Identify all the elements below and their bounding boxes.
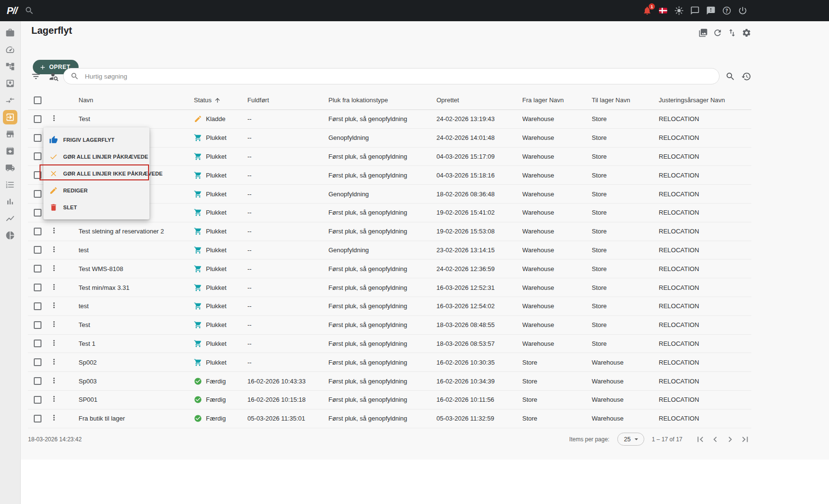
row-checkbox[interactable] [34,358,41,366]
table-row[interactable]: TestKladde--Først pluk, så genopfyldning… [28,110,751,129]
sidebar-item-tasks[interactable] [3,26,17,40]
cell-created: 23-02-2026 13:14:15 [436,246,522,254]
language-flag-icon[interactable] [658,6,668,15]
notifications-icon[interactable]: 1 [642,6,652,15]
row-menu-button[interactable] [50,226,58,235]
row-checkbox[interactable] [34,190,41,198]
next-page-button[interactable] [724,433,736,446]
row-checkbox[interactable] [34,152,41,160]
table-row[interactable]: Test sletning af reservationer 2Plukket-… [28,222,751,241]
app-logo[interactable]: P// [7,5,17,16]
row-menu-button[interactable] [50,339,58,347]
menu-item-delete[interactable]: SLET [43,199,149,216]
status-picked-icon [194,208,202,217]
sidebar-item-reports[interactable] [3,228,17,243]
sidebar-item-trends[interactable] [3,211,17,226]
sidebar-item-store[interactable] [3,127,17,141]
last-page-button[interactable] [739,433,751,446]
import-export-icon[interactable] [727,28,737,38]
column-header[interactable]: Justeringsårsager Navn [659,96,751,104]
items-per-page-select[interactable]: 25 [617,433,644,446]
row-checkbox[interactable] [34,228,41,235]
quick-search-input[interactable] [84,72,712,81]
column-header[interactable]: Fra lager Navn [522,96,592,104]
column-header-label: Fuldført [247,96,269,104]
menu-item-make-all-lines-required[interactable]: GØR ALLE LINJER PÅKRÆVEDE [43,148,149,165]
feedback-icon[interactable] [706,6,716,15]
table-row[interactable]: SP001Færdig16-02-2026 10:15:18Først pluk… [28,391,751,409]
row-checkbox[interactable] [34,377,41,385]
row-checkbox[interactable] [34,134,41,142]
select-all-checkbox[interactable] [34,96,41,104]
row-menu-button[interactable] [50,114,58,123]
sidebar-item-warehouse-flow[interactable] [3,110,17,124]
sidebar-item-structure[interactable] [3,59,17,74]
table-row[interactable]: Test WMS-8108Plukket--Først pluk, så gen… [28,259,751,278]
row-checkbox[interactable] [34,321,41,329]
column-header[interactable]: Til lager Navn [592,96,659,104]
menu-item-release-flow[interactable]: FRIGIV LAGERFLYT [43,131,149,148]
row-menu-button[interactable] [50,245,58,254]
sidebar-item-orders[interactable] [3,177,17,192]
person-search-icon[interactable] [49,71,59,82]
table-row[interactable]: Test min/max 3.31Plukket--Først pluk, så… [28,278,751,297]
filter-icon[interactable] [31,71,41,82]
history-icon[interactable] [741,71,751,82]
row-menu-button[interactable] [50,264,58,272]
previous-page-button[interactable] [709,433,721,446]
sidebar-item-dashboard[interactable] [3,42,17,57]
table-row[interactable]: TestPlukket--Først pluk, så genopfyldnin… [28,316,751,335]
first-page-button[interactable] [694,433,707,446]
column-header-label: Til lager Navn [592,96,630,104]
help-icon[interactable]: ? [722,6,732,15]
row-menu-button[interactable] [50,413,58,422]
row-checkbox[interactable] [34,246,41,254]
row-checkbox[interactable] [34,415,41,422]
table-row[interactable]: testPlukket--Genopfyldning23-02-2026 13:… [28,241,751,260]
row-checkbox[interactable] [34,302,41,310]
status-label: Plukket [206,359,227,366]
sidebar-item-goods-in[interactable] [3,76,17,91]
table-row[interactable]: Test 1Plukket--Først pluk, så genopfyldn… [28,335,751,354]
table-row[interactable]: testPlukket--Først pluk, så genopfyldnin… [28,297,751,316]
row-menu-button[interactable] [50,283,58,291]
row-menu-button[interactable] [50,395,58,403]
sidebar-item-transfers[interactable] [3,93,17,108]
column-header[interactable]: Pluk fra lokationstype [328,96,436,104]
cell-created: 04-03-2026 15:18:16 [436,172,522,179]
table-row[interactable]: Sp003Færdig16-02-2026 10:43:33Først pluk… [28,372,751,391]
sidebar-item-statistics[interactable] [3,194,17,209]
menu-item-edit[interactable]: REDIGER [43,182,149,199]
row-checkbox[interactable] [34,209,41,217]
row-checkbox[interactable] [34,396,41,404]
refresh-icon[interactable] [713,28,722,38]
row-menu-button[interactable] [50,320,58,328]
column-header[interactable]: Status [194,96,247,104]
sidebar-item-returns[interactable] [3,144,17,158]
row-menu-button[interactable] [50,376,58,385]
sidebar-item-shipping[interactable] [3,161,17,175]
menu-item-make-all-lines-not-required[interactable]: GØR ALLE LINJER IKKE PÅKRÆVEDE [43,165,149,182]
row-menu-button[interactable] [50,357,58,366]
column-header[interactable]: Navn [67,96,194,104]
quick-search[interactable] [63,68,720,84]
row-checkbox[interactable] [34,115,41,123]
cell-created: 16-02-2026 10:30:35 [436,359,522,366]
row-checkbox[interactable] [34,171,41,179]
settings-icon[interactable] [742,28,751,38]
chat-icon[interactable] [690,6,700,15]
row-checkbox[interactable] [34,265,41,272]
gallery-icon[interactable] [698,28,708,38]
column-header[interactable]: Oprettet [436,96,522,104]
edit-icon [49,186,58,195]
table-row[interactable]: Sp002Plukket--Først pluk, så genopfyldni… [28,353,751,372]
row-checkbox[interactable] [34,340,41,347]
global-search-icon[interactable] [25,6,34,15]
table-row[interactable]: Fra butik til lagerFærdig05-03-2026 11:3… [28,409,751,428]
advanced-search-icon[interactable] [725,71,735,82]
row-checkbox[interactable] [34,284,41,291]
column-header[interactable]: Fuldført [247,96,328,104]
power-icon[interactable] [738,6,747,15]
row-menu-button[interactable] [50,301,58,310]
theme-toggle-icon[interactable] [674,6,684,15]
